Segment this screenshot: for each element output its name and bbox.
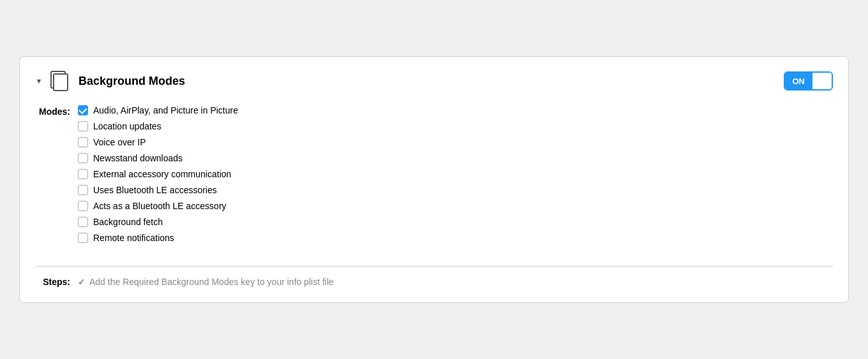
checkbox-item-fetch: Background fetch	[78, 217, 238, 227]
chevron-down-icon[interactable]: ▼	[35, 77, 43, 85]
toggle-on-label: ON	[785, 73, 813, 89]
checkboxes-list: Audio, AirPlay, and Picture in PictureLo…	[78, 105, 238, 243]
steps-row: Steps: ✓ Add the Required Background Mod…	[35, 277, 833, 287]
checkbox-newsstand[interactable]	[78, 153, 88, 163]
checkbox-fetch[interactable]	[78, 217, 88, 227]
checkbox-label-remote: Remote notifications	[93, 233, 174, 243]
checkbox-item-location: Location updates	[78, 121, 238, 131]
steps-label: Steps:	[35, 277, 70, 287]
checkbox-bluetooth-acts[interactable]	[78, 201, 88, 211]
checkbox-item-remote: Remote notifications	[78, 233, 238, 243]
checkbox-bluetooth-uses[interactable]	[78, 185, 88, 195]
checkbox-location[interactable]	[78, 121, 88, 131]
checkbox-label-bluetooth-uses: Uses Bluetooth LE accessories	[93, 185, 217, 195]
card-header: ▼ Background Modes ON	[35, 70, 833, 92]
checkbox-item-external: External accessory communication	[78, 169, 238, 179]
checkbox-label-newsstand: Newsstand downloads	[93, 153, 183, 163]
modes-row: Modes: Audio, AirPlay, and Picture in Pi…	[35, 105, 833, 243]
checkbox-label-bluetooth-acts: Acts as a Bluetooth LE accessory	[93, 201, 227, 211]
checkbox-item-bluetooth-acts: Acts as a Bluetooth LE accessory	[78, 201, 238, 211]
card-body: Modes: Audio, AirPlay, and Picture in Pi…	[35, 105, 833, 287]
checkbox-voip[interactable]	[78, 137, 88, 147]
step-text: Add the Required Background Modes key to…	[89, 277, 334, 287]
checkbox-remote[interactable]	[78, 233, 88, 243]
divider	[35, 266, 833, 267]
background-modes-card: ▼ Background Modes ON Modes: Audio, AirP…	[19, 56, 849, 303]
checkbox-label-voip: Voice over IP	[93, 137, 146, 147]
checkbox-item-voip: Voice over IP	[78, 137, 238, 147]
checkbox-label-location: Location updates	[93, 121, 161, 131]
checkbox-external[interactable]	[78, 169, 88, 179]
step-checkmark-icon: ✓	[78, 277, 86, 287]
header-left: ▼ Background Modes	[35, 70, 185, 92]
card-title: Background Modes	[79, 75, 185, 88]
checkbox-audio[interactable]	[78, 105, 88, 115]
checkbox-label-fetch: Background fetch	[93, 217, 163, 227]
background-modes-icon	[49, 70, 72, 92]
step-item: ✓ Add the Required Background Modes key …	[78, 277, 334, 287]
checkbox-item-newsstand: Newsstand downloads	[78, 153, 238, 163]
checkbox-label-external: External accessory communication	[93, 169, 231, 179]
toggle-off-area	[812, 73, 832, 89]
checkbox-item-audio: Audio, AirPlay, and Picture in Picture	[78, 105, 238, 115]
checkbox-item-bluetooth-uses: Uses Bluetooth LE accessories	[78, 185, 238, 195]
modes-label: Modes:	[35, 105, 70, 117]
checkbox-label-audio: Audio, AirPlay, and Picture in Picture	[93, 105, 238, 115]
on-off-toggle[interactable]: ON	[784, 71, 834, 91]
